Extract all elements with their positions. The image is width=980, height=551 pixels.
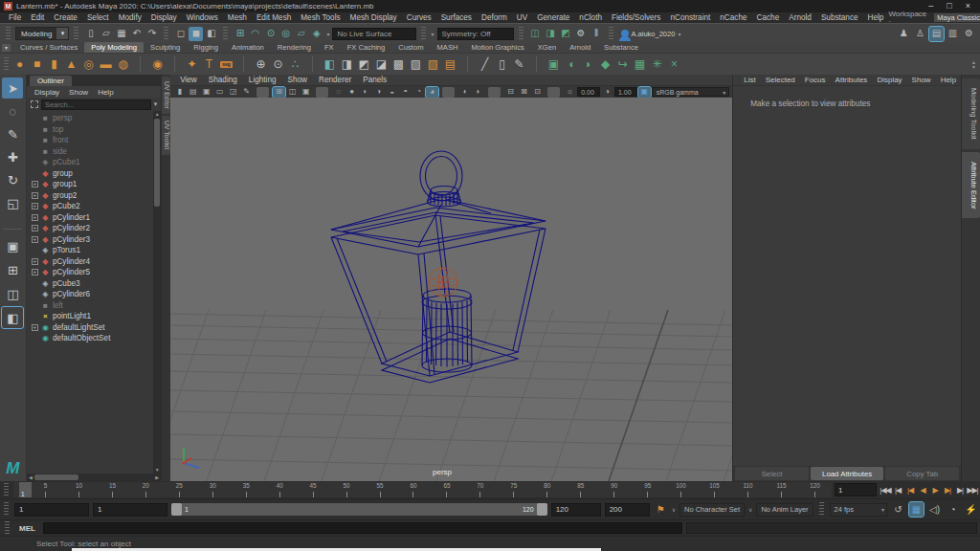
exposure-field[interactable]: 0.00 bbox=[577, 87, 600, 97]
shelf-scroll[interactable]: ▲▼ bbox=[971, 60, 978, 69]
animation-preferences-icon[interactable]: ▦ bbox=[909, 502, 924, 517]
outliner-horizontal-scrollbar[interactable]: ◀ ▶ bbox=[27, 474, 161, 481]
menu-item[interactable]: Windows bbox=[182, 12, 223, 23]
menu-item[interactable]: Shading bbox=[203, 76, 243, 84]
search-input[interactable] bbox=[41, 99, 151, 110]
snap-together-icon[interactable]: ⊙ bbox=[270, 55, 286, 73]
chevron-down-icon[interactable]: ▾ bbox=[431, 31, 434, 37]
shelf-tab[interactable]: XGen bbox=[531, 42, 563, 53]
menu-item[interactable]: nCloth bbox=[574, 12, 607, 23]
chevron-down-icon[interactable]: ∨ bbox=[672, 506, 676, 513]
menu-item[interactable]: Mesh Tools bbox=[296, 12, 345, 23]
sep[interactable] bbox=[547, 87, 560, 98]
group-grip[interactable] bbox=[5, 521, 10, 536]
bookmark-icon[interactable]: ⚑ bbox=[654, 502, 668, 517]
sculpt-mesh-icon[interactable]: ◗ bbox=[580, 55, 596, 73]
shelf-tab[interactable]: Motion Graphics bbox=[464, 42, 530, 53]
snap-point-icon[interactable]: ⊙ bbox=[263, 27, 278, 41]
menu-item[interactable]: Substance bbox=[816, 12, 863, 23]
wireframe-icon[interactable]: ◌ bbox=[332, 87, 345, 98]
grease-pencil-icon[interactable]: ✎ bbox=[240, 87, 253, 98]
command-result-field[interactable] bbox=[686, 522, 977, 534]
field-chart-icon[interactable]: ⊟ bbox=[504, 87, 517, 98]
attribute-editor-button[interactable]: Select bbox=[735, 467, 809, 480]
menu-item[interactable]: Generate bbox=[532, 12, 574, 23]
workspace-select[interactable]: Maya Classic* bbox=[934, 13, 980, 22]
menu-item[interactable]: Deform bbox=[477, 12, 512, 23]
character-controls-icon[interactable]: ♙ bbox=[913, 27, 927, 41]
outliner-item[interactable]: + ■ left bbox=[27, 300, 153, 312]
platonic-solid-icon[interactable]: ◉ bbox=[149, 55, 166, 73]
menu-item[interactable]: Focus bbox=[800, 76, 831, 84]
outliner-item[interactable]: + ◈ pTorus1 bbox=[27, 245, 153, 256]
outliner-item[interactable]: + ◉ defaultLightSet bbox=[27, 322, 153, 334]
mel-toggle[interactable]: MEL bbox=[15, 524, 39, 533]
redo-icon[interactable]: ↷ bbox=[145, 27, 159, 41]
insert-edge-loop-icon[interactable]: ▯ bbox=[494, 55, 510, 73]
menu-item[interactable]: Show bbox=[907, 76, 936, 84]
extrude-icon[interactable]: ▧ bbox=[425, 55, 441, 73]
sep[interactable] bbox=[132, 55, 148, 73]
current-frame-marker[interactable]: 1 bbox=[19, 482, 32, 497]
sep[interactable] bbox=[459, 55, 476, 73]
conform-icon[interactable]: ↪ bbox=[614, 55, 631, 73]
shelf-tab[interactable]: Rigging bbox=[187, 42, 225, 53]
chevron-down-icon[interactable]: ∨ bbox=[748, 506, 752, 513]
select-component-icon[interactable]: ◧ bbox=[204, 27, 218, 41]
frame-ruler[interactable]: 1 51015202530354045505560657075808590951… bbox=[13, 482, 832, 497]
step-back-frame-button[interactable]: |◀ bbox=[892, 483, 903, 496]
sep[interactable] bbox=[488, 87, 501, 98]
outliner-item[interactable]: + ■ top bbox=[27, 124, 153, 136]
layout-outliner-persp[interactable]: ◧ bbox=[2, 307, 23, 328]
menu-item[interactable]: Cache bbox=[752, 12, 785, 23]
make-live-icon[interactable]: ◈ bbox=[309, 27, 323, 41]
group-grip[interactable] bbox=[164, 27, 168, 41]
vertical-tab[interactable]: UV Toolkit bbox=[162, 116, 170, 154]
shelf-tab[interactable]: Rendering bbox=[271, 42, 318, 53]
outliner-item[interactable]: + ◆ group1 bbox=[27, 179, 153, 190]
separate-icon[interactable]: ◩ bbox=[356, 55, 372, 73]
menu-set-select[interactable]: Modeling ▾ bbox=[15, 27, 69, 40]
playback-end-field[interactable] bbox=[551, 503, 601, 517]
expand-icon[interactable]: + bbox=[32, 192, 38, 199]
sep[interactable] bbox=[304, 55, 321, 73]
menu-item[interactable]: Help bbox=[936, 76, 961, 84]
render-current-frame-icon[interactable]: ◨ bbox=[544, 27, 558, 41]
quad-draw-icon[interactable]: ▣ bbox=[546, 55, 562, 73]
exposure-icon[interactable]: ☼ bbox=[564, 87, 576, 98]
menu-item[interactable]: Mesh bbox=[223, 12, 252, 23]
retopo-icon[interactable]: ◆ bbox=[597, 55, 613, 73]
go-to-start-button[interactable]: |◀◀ bbox=[880, 483, 891, 496]
mirror-icon[interactable]: ◪ bbox=[373, 55, 390, 73]
poly-cone-icon[interactable]: ▲ bbox=[63, 55, 79, 73]
vertical-tab[interactable]: Attribute Editor bbox=[962, 152, 980, 219]
color-management-icon[interactable]: ▣ bbox=[638, 87, 651, 98]
menu-item[interactable]: Attributes bbox=[831, 76, 873, 84]
poly-cube-icon[interactable]: ■ bbox=[29, 55, 45, 73]
menu-item[interactable]: Display bbox=[31, 88, 63, 97]
menu-item[interactable]: Surfaces bbox=[436, 12, 477, 23]
scroll-up-icon[interactable]: ▲ bbox=[155, 111, 160, 118]
multisample-icon[interactable]: ◕ bbox=[426, 87, 438, 98]
lights-icon[interactable]: ◑ bbox=[372, 87, 385, 98]
move-tool[interactable]: ✚ bbox=[2, 146, 23, 167]
delete-history-icon[interactable]: × bbox=[666, 55, 682, 73]
expand-icon[interactable]: + bbox=[32, 181, 38, 187]
origin-locator-icon[interactable]: ∴ bbox=[287, 55, 303, 73]
shelf-tab[interactable]: Custom bbox=[391, 42, 430, 53]
outliner-vertical-scrollbar[interactable]: ▲ ▼ bbox=[153, 111, 161, 474]
live-surface-field[interactable]: No Live Surface bbox=[332, 28, 416, 40]
search-filter-icon[interactable] bbox=[31, 100, 38, 108]
scroll-right-icon[interactable]: ▶ bbox=[153, 474, 161, 480]
save-scene-icon[interactable]: ▦ bbox=[114, 27, 128, 41]
pane-layout-icon[interactable]: ▣ bbox=[300, 87, 312, 98]
group-grip[interactable] bbox=[4, 502, 9, 517]
group-grip[interactable] bbox=[519, 27, 523, 41]
menu-item[interactable]: Mesh Display bbox=[345, 12, 402, 23]
menu-item[interactable]: Arnold bbox=[784, 12, 816, 23]
group-grip[interactable] bbox=[74, 27, 78, 41]
shelf-tab[interactable]: FX Caching bbox=[341, 42, 392, 53]
anim-layer-select[interactable]: No Anim Layer bbox=[756, 503, 813, 517]
outliner-item[interactable]: + ◆ pCylinder4 bbox=[27, 256, 153, 268]
construction-plane-icon[interactable]: ⊕ bbox=[253, 55, 269, 73]
